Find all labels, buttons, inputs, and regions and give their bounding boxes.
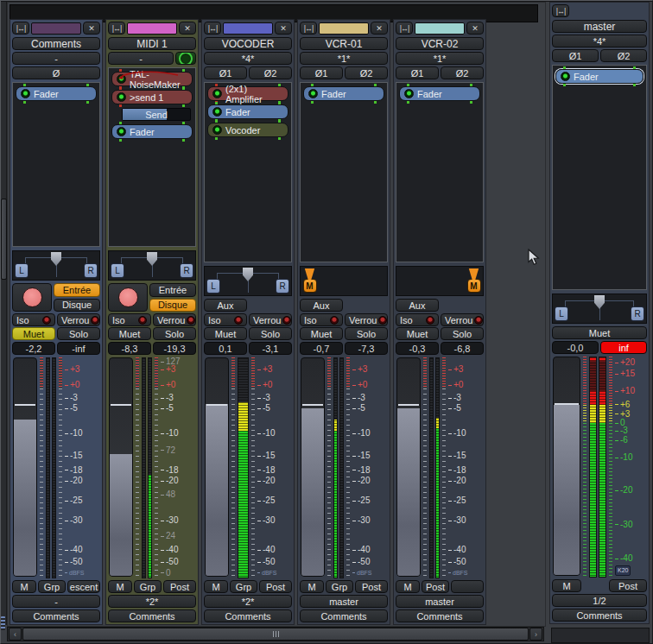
solo-button[interactable]: Solo bbox=[249, 327, 292, 340]
gain-fader[interactable] bbox=[301, 357, 325, 577]
hide-button[interactable]: ✕ bbox=[83, 22, 100, 35]
metering-button[interactable]: M bbox=[300, 580, 324, 593]
midi-input-knob[interactable] bbox=[175, 52, 196, 65]
pane-resize-grip[interactable] bbox=[1, 616, 5, 630]
processor-entry[interactable]: Fader bbox=[16, 86, 97, 101]
comments-button[interactable]: Comments bbox=[204, 609, 292, 622]
width-button[interactable]: |↔| bbox=[204, 22, 221, 35]
width-button[interactable]: |↔| bbox=[300, 22, 317, 35]
peak-display[interactable]: -6,8 bbox=[441, 342, 484, 355]
scroll-left-arrow-icon[interactable]: ‹ bbox=[9, 628, 22, 641]
solo-lock-button[interactable]: Verroule bbox=[57, 313, 100, 326]
meter-point-button[interactable]: Post bbox=[163, 580, 196, 593]
panner[interactable]: M bbox=[396, 266, 484, 296]
solo-button[interactable]: Solo bbox=[345, 327, 388, 340]
processor-entry[interactable]: Fader bbox=[399, 86, 480, 101]
phase-button-1[interactable]: Ø1 bbox=[300, 66, 343, 79]
processor-active-led-icon[interactable] bbox=[117, 127, 126, 136]
scroll-right-arrow-icon[interactable]: › bbox=[529, 628, 542, 641]
track-name-button[interactable]: master bbox=[552, 20, 647, 33]
processor-box[interactable]: TAL-NoiseMaker>send 1SendFader bbox=[108, 67, 196, 247]
solo-button[interactable]: Solo bbox=[441, 327, 484, 340]
input-button[interactable]: *4* bbox=[204, 52, 292, 65]
phase-button[interactable]: Ø bbox=[12, 66, 100, 79]
panner[interactable]: LR bbox=[108, 250, 196, 281]
mono-pan-handle[interactable]: M bbox=[303, 268, 316, 293]
phase-button-1[interactable]: Ø1 bbox=[204, 66, 247, 79]
mute-button[interactable]: Muet bbox=[396, 327, 439, 340]
processor-box[interactable]: Fader bbox=[300, 82, 388, 262]
comments-button[interactable]: Comments bbox=[12, 609, 100, 622]
comments-button[interactable]: Comments bbox=[552, 609, 647, 622]
meter-point-button[interactable]: Post bbox=[355, 580, 388, 593]
output-button[interactable]: - bbox=[12, 595, 100, 608]
metering-button[interactable]: M bbox=[204, 580, 228, 593]
track-name-button[interactable]: VCR-02 bbox=[396, 37, 484, 50]
solo-lock-button[interactable]: Verroule bbox=[249, 313, 292, 326]
group-button[interactable]: Grp bbox=[326, 580, 353, 593]
horizontal-scroll-handle[interactable] bbox=[22, 628, 529, 641]
processor-entry[interactable]: >send 1 bbox=[111, 90, 193, 104]
solo-lock-button[interactable]: Verroule bbox=[441, 313, 484, 326]
group-select-button[interactable]: escent bbox=[67, 580, 100, 593]
input-button[interactable]: *4* bbox=[552, 35, 647, 47]
meter-point-button[interactable]: Post bbox=[609, 579, 647, 592]
solo-isolate-button[interactable]: Iso bbox=[204, 313, 247, 326]
comments-button[interactable]: Comments bbox=[108, 609, 196, 622]
gain-display[interactable]: -8,3 bbox=[108, 342, 151, 355]
hide-button[interactable]: ✕ bbox=[371, 22, 388, 35]
solo-isolate-button[interactable]: Iso bbox=[108, 313, 151, 326]
phase-button-2[interactable]: Ø2 bbox=[441, 66, 484, 79]
mute-button[interactable]: Muet bbox=[300, 327, 343, 340]
track-name-button[interactable]: VOCODER bbox=[204, 37, 292, 50]
track-name-button[interactable]: Comments bbox=[12, 37, 100, 50]
hide-button[interactable]: ✕ bbox=[275, 22, 292, 35]
gain-fader[interactable] bbox=[13, 357, 37, 577]
monitor-input-button[interactable]: Entrée bbox=[149, 283, 196, 297]
output-button[interactable]: *2* bbox=[204, 595, 292, 608]
output-button[interactable]: master bbox=[300, 595, 388, 608]
meter-point-button[interactable] bbox=[451, 580, 484, 593]
solo-isolate-button[interactable]: Iso bbox=[396, 313, 439, 326]
processor-active-led-icon[interactable] bbox=[404, 89, 414, 98]
gain-fader[interactable] bbox=[553, 357, 580, 576]
peak-display[interactable]: -7,3 bbox=[345, 342, 388, 355]
phase-button-1[interactable]: Ø1 bbox=[396, 66, 439, 79]
peak-display[interactable]: -3,1 bbox=[249, 342, 292, 355]
vertical-scroll-handle[interactable] bbox=[1, 199, 7, 280]
meter-point-button[interactable]: Post bbox=[259, 580, 292, 593]
metering-button[interactable]: M bbox=[552, 579, 581, 592]
group-button[interactable]: Post bbox=[422, 580, 449, 593]
processor-box[interactable]: Fader bbox=[552, 65, 647, 290]
processor-active-led-icon[interactable] bbox=[212, 89, 222, 98]
gain-display[interactable]: -0,7 bbox=[300, 342, 343, 355]
mute-button[interactable]: Muet bbox=[108, 327, 151, 340]
processor-entry[interactable]: Fader bbox=[207, 104, 288, 119]
gain-fader[interactable] bbox=[396, 357, 421, 577]
processor-entry[interactable]: Vocoder bbox=[207, 123, 288, 137]
peak-display[interactable]: -inf bbox=[57, 342, 100, 355]
solo-button[interactable]: Solo bbox=[153, 327, 196, 340]
solo-isolate-button[interactable]: Iso bbox=[12, 313, 55, 326]
track-name-button[interactable]: MIDI 1 bbox=[108, 37, 196, 50]
input-button[interactable]: *1* bbox=[396, 52, 484, 65]
horizontal-scrollbar[interactable]: ‹ › bbox=[7, 627, 544, 641]
processor-active-led-icon[interactable] bbox=[117, 92, 126, 102]
comments-button[interactable]: Comments bbox=[396, 609, 484, 622]
input-button[interactable]: *1* bbox=[300, 52, 388, 65]
mono-pan-handle[interactable]: M bbox=[467, 268, 480, 293]
width-button[interactable]: |↔| bbox=[12, 22, 29, 35]
output-button[interactable]: *2* bbox=[108, 595, 196, 608]
gain-display[interactable]: -0,3 bbox=[396, 342, 439, 355]
strip-color-swatch[interactable] bbox=[319, 22, 369, 35]
peak-display[interactable]: -19,3 bbox=[153, 342, 196, 355]
solo-lock-button[interactable]: Verroule bbox=[153, 313, 196, 326]
processor-active-led-icon[interactable] bbox=[212, 107, 222, 117]
metering-button[interactable]: M bbox=[12, 580, 36, 593]
panner[interactable]: LR bbox=[204, 266, 292, 296]
phase-button-2[interactable]: Ø2 bbox=[600, 49, 647, 62]
strip-color-swatch[interactable] bbox=[223, 22, 273, 35]
phase-button-2[interactable]: Ø2 bbox=[249, 66, 292, 79]
phase-button-2[interactable]: Ø2 bbox=[345, 66, 388, 79]
comments-button[interactable]: Comments bbox=[300, 609, 388, 622]
